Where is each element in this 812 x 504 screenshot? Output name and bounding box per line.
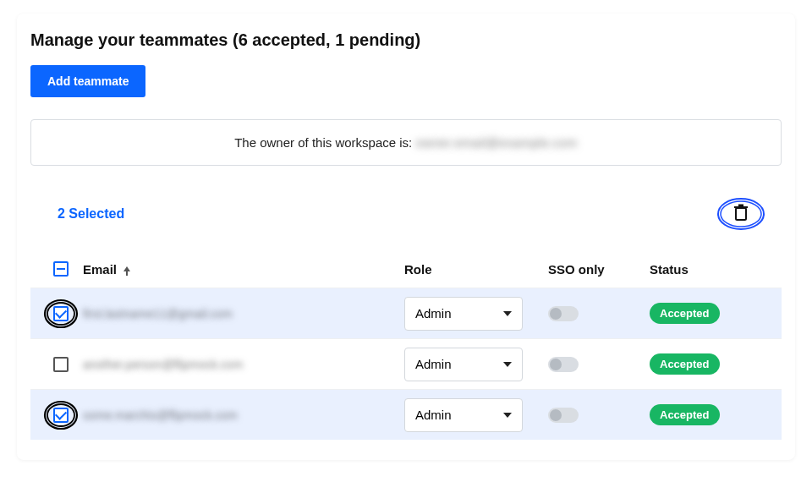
role-value: Admin: [415, 408, 452, 422]
role-value: Admin: [415, 357, 452, 371]
row-email-masked: some.marchis@flipmock.com: [83, 408, 404, 422]
row-email-masked: first.lastname11@gmail.com: [83, 307, 404, 320]
column-role[interactable]: Role: [404, 262, 548, 277]
table-row: some.marchis@flipmock.com Admin Accepted: [30, 389, 782, 440]
table-row: first.lastname11@gmail.com Admin Accepte…: [30, 288, 782, 338]
svg-rect-3: [734, 206, 748, 208]
row-checkbox[interactable]: [53, 357, 69, 372]
row-checkbox[interactable]: [53, 306, 69, 321]
column-email[interactable]: Email: [83, 262, 404, 277]
owner-notice-prefix: The owner of this workspace is:: [234, 135, 415, 150]
sort-asc-icon: [123, 266, 130, 271]
page-title: Manage your teammates (6 accepted, 1 pen…: [30, 30, 782, 50]
sso-toggle[interactable]: [548, 357, 579, 372]
status-badge: Accepted: [650, 303, 720, 324]
svg-rect-2: [736, 208, 746, 220]
chevron-down-icon: [503, 311, 512, 316]
add-teammate-button[interactable]: Add teammate: [30, 65, 145, 97]
owner-notice: The owner of this workspace is: owner.em…: [30, 119, 782, 166]
table-row: another.person@flipmock.com Admin Accept…: [30, 338, 782, 389]
svg-rect-4: [738, 204, 743, 206]
delete-selected-button[interactable]: [729, 200, 753, 228]
select-all-checkbox[interactable]: [53, 261, 69, 277]
role-select[interactable]: Admin: [404, 348, 523, 381]
teammates-panel: Manage your teammates (6 accepted, 1 pen…: [17, 14, 795, 460]
owner-email-masked: owner.email@example.com: [415, 135, 577, 150]
sso-toggle[interactable]: [548, 306, 579, 321]
status-badge: Accepted: [650, 404, 720, 425]
row-checkbox[interactable]: [53, 408, 69, 423]
status-badge: Accepted: [650, 353, 720, 375]
chevron-down-icon: [503, 362, 512, 367]
role-select[interactable]: Admin: [404, 398, 523, 432]
trash-icon: [732, 204, 749, 222]
column-sso[interactable]: SSO only: [548, 262, 650, 277]
chevron-down-icon: [503, 413, 512, 418]
selection-count: 2 Selected: [58, 206, 124, 222]
sso-toggle[interactable]: [548, 408, 579, 423]
role-value: Admin: [415, 306, 452, 320]
role-select[interactable]: Admin: [404, 297, 523, 331]
table-header-row: Email Role SSO only Status: [30, 250, 782, 288]
row-email-masked: another.person@flipmock.com: [83, 358, 404, 371]
column-email-label: Email: [83, 262, 117, 277]
column-status[interactable]: Status: [650, 262, 785, 277]
